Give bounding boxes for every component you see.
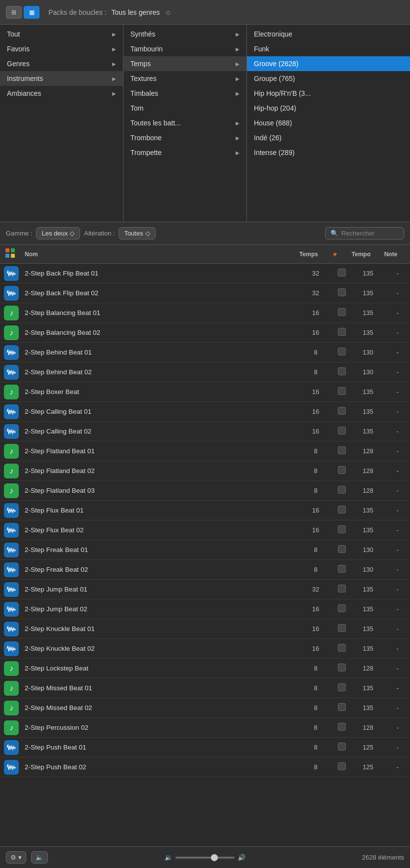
td-fav[interactable] (333, 367, 351, 377)
favorite-checkbox[interactable] (338, 328, 346, 336)
table-row[interactable]: ♪ 2-Step Percussion 02 8 128 - (0, 718, 410, 738)
td-fav[interactable] (333, 308, 351, 317)
favorite-checkbox[interactable] (338, 427, 346, 434)
favorite-checkbox[interactable] (338, 624, 346, 632)
menu-item-groove[interactable]: Groove (2628) (247, 56, 410, 71)
table-row[interactable]: 2-Step Calling Beat 02 16 135 - (0, 422, 410, 441)
table-row[interactable]: 2-Step Back Flip Beat 01 32 135 - (0, 264, 410, 283)
gamme-select[interactable]: Les deux ◇ (36, 227, 80, 239)
table-row[interactable]: ♪ 2-Step Boxer Beat 16 135 - (0, 382, 410, 402)
td-fav[interactable] (333, 683, 351, 693)
menu-item-instruments[interactable]: Instruments ▶ (0, 71, 123, 86)
favorite-checkbox[interactable] (338, 604, 346, 612)
menu-item-hiphop[interactable]: Hip-hop (204) (247, 101, 410, 116)
table-row[interactable]: 2-Step Freak Beat 01 8 130 - (0, 540, 410, 560)
favorite-checkbox[interactable] (338, 466, 346, 474)
menu-item-trombone[interactable]: Trombone ▶ (123, 130, 246, 145)
menu-item-temps[interactable]: Temps ▶ (123, 56, 246, 71)
menu-item-favoris[interactable]: Favoris ▶ (0, 41, 123, 56)
menu-item-house[interactable]: House (688) (247, 116, 410, 130)
table-row[interactable]: 2-Step Calling Beat 01 16 135 - (0, 402, 410, 422)
favorite-checkbox[interactable] (338, 367, 346, 375)
table-row[interactable]: ♪ 2-Step Flatland Beat 01 8 128 - (0, 441, 410, 461)
favorite-checkbox[interactable] (338, 288, 346, 296)
menu-item-tom[interactable]: Tom (123, 101, 246, 116)
menu-item-toutes-batt[interactable]: Toutes les batt... ▶ (123, 116, 246, 130)
table-row[interactable]: ♪ 2-Step Lockstep Beat 8 128 - (0, 659, 410, 678)
table-row[interactable]: 2-Step Behind Beat 01 8 130 - (0, 343, 410, 362)
menu-item-tambourin[interactable]: Tambourin ▶ (123, 41, 246, 56)
favorite-checkbox[interactable] (338, 644, 346, 652)
table-row[interactable]: 2-Step Jump Beat 02 16 135 - (0, 599, 410, 619)
settings-button[interactable]: ⚙ ▾ (6, 851, 26, 864)
favorite-checkbox[interactable] (338, 506, 346, 513)
table-row[interactable]: 2-Step Knuckle Beat 01 16 135 - (0, 619, 410, 639)
td-fav[interactable] (333, 624, 351, 633)
table-row[interactable]: 2-Step Jump Beat 01 32 135 - (0, 580, 410, 599)
favorite-checkbox[interactable] (338, 723, 346, 731)
menu-item-synthes[interactable]: Synthés ▶ (123, 27, 246, 41)
table-row[interactable]: ♪ 2-Step Missed Beat 01 8 135 - (0, 678, 410, 698)
volume-thumb[interactable] (211, 854, 218, 861)
menu-item-funk[interactable]: Funk (247, 41, 410, 56)
table-row[interactable]: ♪ 2-Step Balancing Beat 01 16 135 - (0, 303, 410, 323)
menu-item-tout[interactable]: Tout ▶ (0, 27, 123, 41)
favorite-checkbox[interactable] (338, 565, 346, 573)
td-fav[interactable] (333, 545, 351, 554)
td-fav[interactable] (333, 288, 351, 298)
menu-item-electronique[interactable]: Electronique (247, 27, 410, 41)
td-fav[interactable] (333, 407, 351, 416)
volume-slider[interactable] (175, 857, 235, 859)
td-fav[interactable] (333, 644, 351, 653)
td-fav[interactable] (333, 723, 351, 732)
menu-item-intense[interactable]: Intense (289) (247, 145, 410, 160)
favorite-checkbox[interactable] (338, 486, 346, 494)
menu-item-ambiances[interactable]: Ambiances ▶ (0, 86, 123, 101)
table-row[interactable]: 2-Step Knuckle Beat 02 16 135 - (0, 639, 410, 659)
favorite-checkbox[interactable] (338, 585, 346, 592)
favorite-checkbox[interactable] (338, 762, 346, 770)
td-fav[interactable] (333, 446, 351, 456)
td-fav[interactable] (333, 269, 351, 278)
table-row[interactable]: 2-Step Back Flip Beat 02 32 135 - (0, 283, 410, 303)
table-row[interactable]: ♪ 2-Step Missed Beat 02 8 135 - (0, 698, 410, 718)
favorite-checkbox[interactable] (338, 664, 346, 671)
td-fav[interactable] (333, 703, 351, 712)
menu-item-timbales[interactable]: Timbales ▶ (123, 86, 246, 101)
favorite-checkbox[interactable] (338, 446, 346, 454)
td-fav[interactable] (333, 427, 351, 436)
td-fav[interactable] (333, 328, 351, 337)
td-fav[interactable] (333, 565, 351, 574)
menu-item-groupe[interactable]: Groupe (765) (247, 71, 410, 86)
table-row[interactable]: 2-Step Flux Beat 02 16 135 - (0, 520, 410, 540)
td-fav[interactable] (333, 743, 351, 752)
td-fav[interactable] (333, 486, 351, 495)
favorite-checkbox[interactable] (338, 545, 346, 553)
table-row[interactable]: 2-Step Push Beat 02 8 125 - (0, 757, 410, 777)
favorite-checkbox[interactable] (338, 269, 346, 276)
favorite-checkbox[interactable] (338, 525, 346, 533)
favorite-checkbox[interactable] (338, 348, 346, 355)
td-fav[interactable] (333, 664, 351, 673)
table-row[interactable]: 2-Step Freak Beat 02 8 130 - (0, 560, 410, 580)
td-fav[interactable] (333, 585, 351, 594)
search-box[interactable]: 🔍 Rechercher (325, 227, 404, 239)
td-fav[interactable] (333, 466, 351, 475)
grid-view-button[interactable]: ⊞ (6, 6, 22, 19)
td-fav[interactable] (333, 348, 351, 357)
mute-button[interactable]: 🔈 (31, 851, 48, 864)
table-row[interactable]: ♪ 2-Step Flatland Beat 02 8 128 - (0, 461, 410, 481)
favorite-checkbox[interactable] (338, 743, 346, 750)
menu-item-textures[interactable]: Textures ▶ (123, 71, 246, 86)
td-fav[interactable] (333, 525, 351, 535)
table-row[interactable]: 2-Step Push Beat 01 8 125 - (0, 738, 410, 757)
list-view-button[interactable]: ▦ (24, 6, 40, 19)
td-fav[interactable] (333, 387, 351, 396)
menu-item-trompette[interactable]: Trompette ▶ (123, 145, 246, 160)
table-row[interactable]: ♪ 2-Step Flatland Beat 03 8 128 - (0, 481, 410, 501)
alteration-select[interactable]: Toutes ◇ (119, 227, 155, 239)
favorite-checkbox[interactable] (338, 308, 346, 316)
favorite-checkbox[interactable] (338, 387, 346, 395)
menu-item-genres[interactable]: Genres ▶ (0, 56, 123, 71)
pack-value[interactable]: Tous les genres (112, 8, 160, 16)
